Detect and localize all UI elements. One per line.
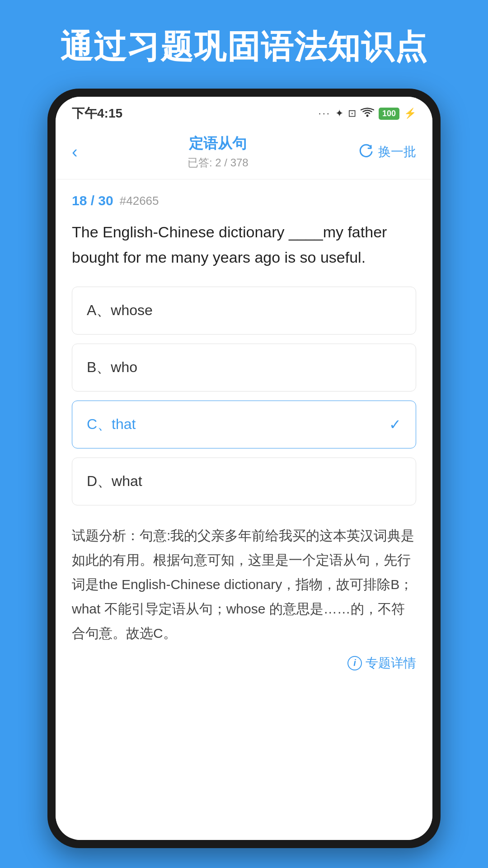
status-time: 下午4:15 xyxy=(72,105,122,122)
back-button[interactable]: ‹ xyxy=(72,143,78,160)
wifi-icon xyxy=(361,107,374,120)
bluetooth-icon: ✦ xyxy=(335,108,343,119)
refresh-button[interactable]: 换一批 xyxy=(358,143,416,160)
option-d-label: D、what xyxy=(87,472,142,491)
content-area: 18 / 30 #42665 The English-Chinese dicti… xyxy=(56,179,432,840)
analysis-body: 句意:我的父亲多年前给我买的这本英汉词典是如此的有用。根据句意可知，这里是一个定… xyxy=(72,528,414,641)
option-a-label: A、whose xyxy=(87,301,153,321)
nav-subtitle: 已答: 2 / 378 xyxy=(188,156,249,170)
analysis-text: 试题分析：句意:我的父亲多年前给我买的这本英汉词典是如此的有用。根据句意可知，这… xyxy=(72,524,416,646)
question-progress: 18 / 30 xyxy=(72,193,113,208)
nav-title: 定语从句 xyxy=(188,134,249,154)
nav-bar: ‹ 定语从句 已答: 2 / 378 换一批 xyxy=(56,127,432,179)
check-icon: ✓ xyxy=(389,416,401,433)
detail-link-label: 专题详情 xyxy=(366,655,416,672)
option-a[interactable]: A、whose xyxy=(72,287,416,335)
analysis-section: 试题分析：句意:我的父亲多年前给我买的这本英汉词典是如此的有用。根据句意可知，这… xyxy=(72,514,416,646)
option-d[interactable]: D、what xyxy=(72,458,416,505)
option-b[interactable]: B、who xyxy=(72,344,416,392)
sim-icon: ⊡ xyxy=(348,108,356,119)
analysis-title-inline: 试题分析： xyxy=(72,528,140,543)
question-meta: 18 / 30 #42665 xyxy=(72,193,416,208)
option-c-label: C、that xyxy=(87,415,136,434)
charging-icon: ⚡ xyxy=(404,108,416,119)
phone-mockup: 下午4:15 ··· ✦ ⊡ 100 ⚡ xyxy=(47,89,441,848)
info-icon: i xyxy=(347,656,362,670)
dots-icon: ··· xyxy=(319,108,331,119)
nav-center: 定语从句 已答: 2 / 378 xyxy=(188,134,249,170)
battery-icon: 100 xyxy=(379,108,399,120)
option-b-label: B、who xyxy=(87,358,137,377)
question-text: The English-Chinese dictionary ____my fa… xyxy=(72,219,416,270)
option-c[interactable]: C、that ✓ xyxy=(72,401,416,448)
detail-link[interactable]: i 专题详情 xyxy=(72,655,416,676)
page-title: 通过习题巩固语法知识点 xyxy=(60,27,428,66)
svg-point-0 xyxy=(366,115,368,117)
question-id: #42665 xyxy=(120,194,159,208)
status-icons: ··· ✦ ⊡ 100 ⚡ xyxy=(319,107,416,120)
phone-screen: 下午4:15 ··· ✦ ⊡ 100 ⚡ xyxy=(56,97,432,840)
status-bar: 下午4:15 ··· ✦ ⊡ 100 ⚡ xyxy=(56,97,432,127)
refresh-label: 换一批 xyxy=(378,143,416,160)
